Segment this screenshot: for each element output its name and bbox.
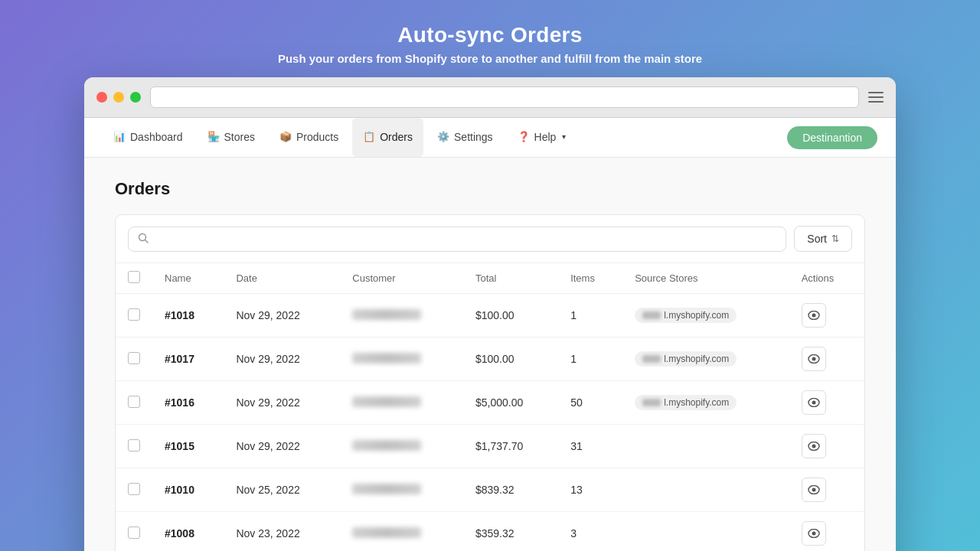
order-actions [789, 425, 864, 468]
table-row: #1017Nov 29, 2022$100.001 l.myshopify.co… [116, 337, 864, 381]
nav-label-help: Help [534, 131, 557, 143]
row-checkbox[interactable] [128, 439, 140, 452]
nav-label-products: Products [296, 131, 338, 143]
maximize-button[interactable] [130, 92, 141, 103]
customer-name-blur [352, 309, 421, 320]
help-icon: ❓ [518, 131, 530, 142]
order-customer [340, 468, 463, 512]
browser-chrome [84, 77, 896, 118]
order-date: Nov 23, 2022 [224, 512, 340, 552]
nav-item-products[interactable]: 📦 Products [269, 118, 349, 157]
svg-point-11 [812, 488, 815, 492]
view-order-button[interactable] [802, 390, 826, 415]
nav-item-orders[interactable]: 📋 Orders [352, 118, 423, 157]
store-label: l.myshopify.com [664, 310, 729, 321]
order-items: 31 [558, 425, 622, 468]
header-name: Name [152, 263, 224, 294]
store-icon-blur [642, 311, 661, 319]
order-customer [340, 294, 463, 337]
close-button[interactable] [96, 92, 107, 103]
svg-point-13 [812, 532, 815, 536]
nav-bar: 📊 Dashboard 🏪 Stores 📦 Products 📋 Orders… [84, 118, 896, 158]
store-icon-blur [642, 355, 661, 363]
header-date: Date [224, 263, 340, 294]
row-checkbox[interactable] [128, 352, 140, 364]
order-total: $1,737.70 [463, 425, 558, 468]
view-order-button[interactable] [802, 434, 826, 458]
menu-icon[interactable] [868, 92, 884, 103]
orders-table: Name Date Customer Total Items Source St… [116, 263, 864, 551]
nav-item-stores[interactable]: 🏪 Stores [197, 118, 266, 157]
app-header: Auto-sync Orders Push your orders from S… [278, 15, 702, 65]
store-label: l.myshopify.com [664, 354, 729, 364]
customer-name-blur [352, 527, 421, 538]
order-items: 1 [558, 337, 622, 381]
view-order-button[interactable] [802, 347, 826, 371]
view-order-button[interactable] [802, 521, 826, 546]
row-checkbox[interactable] [128, 308, 140, 321]
customer-name-blur [352, 396, 421, 407]
menu-line-1 [868, 92, 884, 93]
destination-button[interactable]: Destinantion [787, 126, 877, 149]
order-id: #1015 [165, 440, 194, 452]
minimize-button[interactable] [113, 92, 124, 103]
customer-name-blur [352, 353, 421, 364]
orders-icon: 📋 [363, 131, 375, 142]
menu-line-3 [868, 101, 884, 103]
header-items: Items [558, 263, 622, 294]
order-total: $359.32 [463, 512, 558, 552]
svg-point-5 [812, 357, 815, 361]
order-actions [789, 294, 864, 337]
store-icon-blur [642, 399, 661, 406]
url-bar[interactable] [150, 86, 859, 108]
select-all-checkbox[interactable] [128, 271, 140, 283]
nav-item-dashboard[interactable]: 📊 Dashboard [103, 118, 194, 157]
nav-label-dashboard: Dashboard [130, 131, 183, 143]
view-order-button[interactable] [802, 303, 826, 328]
svg-line-1 [145, 240, 149, 243]
nav-label-stores: Stores [224, 131, 255, 143]
menu-line-2 [868, 96, 884, 98]
table-row: #1015Nov 29, 2022$1,737.7031 [116, 425, 864, 468]
order-customer [340, 512, 463, 552]
main-content: Orders Sort ⇅ [84, 158, 896, 551]
products-icon: 📦 [279, 131, 292, 142]
row-checkbox[interactable] [128, 527, 140, 539]
browser-window: 📊 Dashboard 🏪 Stores 📦 Products 📋 Orders… [84, 77, 896, 551]
order-source-store [622, 468, 789, 512]
table-row: #1018Nov 29, 2022$100.001 l.myshopify.co… [116, 294, 864, 337]
app-subtitle: Push your orders from Shopify store to a… [278, 52, 702, 65]
row-checkbox[interactable] [128, 396, 140, 408]
order-customer [340, 337, 463, 381]
order-id: #1017 [165, 353, 194, 365]
search-input[interactable] [155, 233, 776, 245]
order-total: $5,000.00 [463, 381, 558, 425]
header-checkbox-col [116, 263, 152, 294]
svg-point-9 [812, 445, 815, 448]
order-customer [340, 381, 463, 425]
nav-label-settings: Settings [454, 131, 493, 143]
order-items: 1 [558, 294, 622, 337]
app-title: Auto-sync Orders [278, 23, 702, 47]
table-row: #1016Nov 29, 2022$5,000.0050 l.myshopify… [116, 381, 864, 425]
view-order-button[interactable] [802, 478, 826, 502]
customer-name-blur [352, 484, 421, 494]
header-row: Name Date Customer Total Items Source St… [116, 263, 864, 294]
sort-label: Sort [807, 233, 827, 245]
order-source-store: l.myshopify.com [622, 294, 789, 337]
row-checkbox[interactable] [128, 483, 140, 495]
sort-button[interactable]: Sort ⇅ [794, 226, 852, 252]
order-actions [789, 512, 864, 552]
table-row: #1008Nov 23, 2022$359.323 [116, 512, 864, 552]
search-bar-row: Sort ⇅ [116, 215, 864, 263]
order-actions [789, 337, 864, 381]
header-source-stores: Source Stores [622, 263, 789, 294]
order-actions [789, 468, 864, 512]
page-title: Orders [115, 179, 865, 199]
search-icon [138, 233, 149, 246]
nav-item-help[interactable]: ❓ Help ▾ [507, 118, 577, 157]
nav-item-settings[interactable]: ⚙️ Settings [426, 118, 504, 157]
store-label: l.myshopify.com [664, 397, 729, 408]
order-source-store: l.myshopify.com [622, 337, 789, 381]
order-date: Nov 29, 2022 [224, 425, 340, 468]
